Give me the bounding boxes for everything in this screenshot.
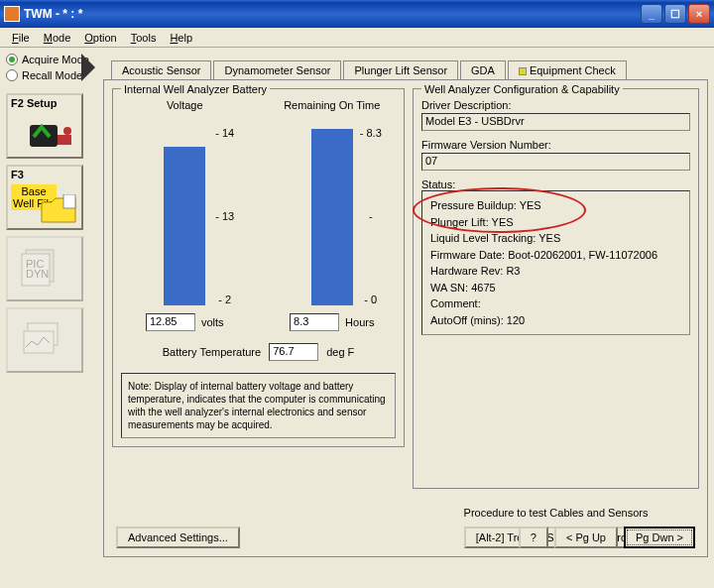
- voltage-bar: [164, 147, 205, 305]
- battery-fieldset: Internal Well Analyzer Battery Voltage 1…: [112, 88, 405, 447]
- app-icon: [4, 6, 20, 22]
- procedure-text: Procedure to test Cables and Sensors: [413, 507, 699, 519]
- tab-gda[interactable]: GDA: [460, 60, 506, 80]
- menu-file[interactable]: File: [6, 30, 36, 46]
- titlebar: TWM - * : * _ ☐ ×: [0, 0, 714, 28]
- menu-mode[interactable]: Mode: [38, 30, 77, 46]
- temp-value: 76.7: [269, 343, 318, 361]
- page-down-button[interactable]: Pg Dwn >: [624, 527, 695, 548]
- temp-unit: deg F: [326, 346, 354, 358]
- voltage-unit: volts: [201, 316, 224, 328]
- tab-equipment-check[interactable]: Equipment Check: [508, 60, 627, 80]
- radio-label: Acquire Mode: [22, 54, 89, 65]
- radio-dot-icon: [6, 69, 18, 81]
- status-line: AutoOff (mins): 120: [430, 312, 681, 329]
- radio-label: Recall Mode: [22, 69, 82, 81]
- battery-note: Note: Display of internal battery voltag…: [121, 373, 396, 438]
- firmware-label: Firmware Version Number:: [421, 139, 690, 151]
- status-line: WA SN: 4675: [430, 280, 681, 296]
- svg-rect-5: [63, 194, 75, 208]
- radio-acquire-mode[interactable]: Acquire Mode: [6, 54, 91, 65]
- advanced-settings-button[interactable]: Advanced Settings...: [116, 527, 240, 548]
- arrow-right-icon: [81, 54, 95, 81]
- tab-plunger-lift-sensor[interactable]: Plunger Lift Sensor: [343, 60, 458, 80]
- menubar: File Mode Option Tools Help: [0, 28, 714, 48]
- firmware-value: 07: [421, 153, 690, 171]
- status-line: Firmware Date: Boot-02062001, FW-1107200…: [430, 247, 681, 264]
- menu-option[interactable]: Option: [78, 30, 122, 46]
- voltage-label: Voltage: [125, 99, 244, 123]
- svg-text:DYN: DYN: [26, 268, 49, 280]
- f4-button-disabled: PIC DYN: [6, 236, 83, 301]
- remaining-value: 8.3: [290, 313, 339, 331]
- setup-icon: [28, 117, 77, 153]
- config-fieldset: Well Analyzer Configuration & Capability…: [413, 88, 699, 489]
- maximize-button[interactable]: ☐: [664, 4, 686, 24]
- svg-rect-2: [58, 135, 71, 145]
- marker-icon: [519, 67, 527, 75]
- status-label: Status:: [421, 178, 690, 190]
- svg-marker-0: [81, 54, 95, 81]
- remaining-bar: [311, 129, 353, 305]
- f2-setup-button[interactable]: F2 Setup: [6, 93, 83, 159]
- radio-dot-icon: [6, 54, 18, 65]
- menu-tools[interactable]: Tools: [125, 30, 163, 46]
- status-line: Liquid Level Tracking: YES: [430, 230, 681, 247]
- status-list: Pressure Buildup: YES Plunger Lift: YES …: [421, 190, 690, 335]
- radio-recall-mode[interactable]: Recall Mode: [6, 69, 91, 81]
- status-line: Comment:: [430, 295, 681, 312]
- voltage-value: 12.85: [146, 313, 195, 331]
- menu-help[interactable]: Help: [164, 30, 198, 46]
- f3-wellfile-button[interactable]: F3 BaseWell File: [6, 165, 83, 230]
- document-stack-icon: PIC DYN: [20, 248, 69, 288]
- tab-dynamometer-sensor[interactable]: Dynamometer Sensor: [213, 60, 341, 80]
- status-line: Pressure Buildup: YES: [430, 197, 681, 214]
- f5-button-disabled: [6, 307, 83, 373]
- minimize-button[interactable]: _: [641, 4, 662, 24]
- config-legend: Well Analyzer Configuration & Capability: [421, 83, 623, 95]
- driver-label: Driver Description:: [421, 99, 690, 111]
- tab-acoustic-sensor[interactable]: Acoustic Sensor: [111, 60, 211, 80]
- chart-stack-icon: [20, 319, 69, 359]
- status-line: Hardware Rev: R3: [430, 263, 681, 280]
- battery-legend: Internal Well Analyzer Battery: [121, 83, 270, 95]
- svg-point-3: [63, 127, 71, 135]
- status-line: Plunger Lift: YES: [430, 214, 681, 231]
- help-button[interactable]: ?: [519, 527, 548, 548]
- close-button[interactable]: ×: [688, 4, 710, 24]
- temp-label: Battery Temperature: [163, 346, 261, 358]
- remaining-unit: Hours: [345, 316, 374, 328]
- window-title: TWM - * : *: [24, 7, 641, 21]
- folder-icon: [40, 194, 77, 224]
- driver-value: Model E3 - USBDrvr: [421, 113, 690, 131]
- remaining-label: Remaining On Time: [273, 99, 392, 123]
- page-up-button[interactable]: < Pg Up: [554, 527, 618, 548]
